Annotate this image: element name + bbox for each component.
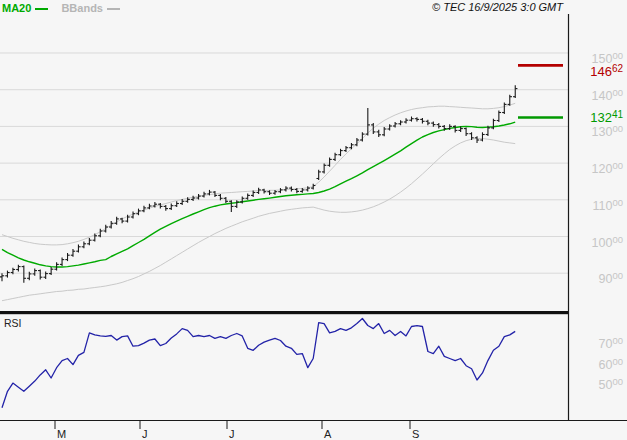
ma20-legend-dash-icon xyxy=(35,8,48,10)
price-axis-label: 14000 xyxy=(592,87,623,103)
ma20-last-value-label: 13241 xyxy=(590,109,623,125)
rsi-line xyxy=(2,319,515,408)
price-axis-label: 9000 xyxy=(599,270,623,286)
ma20-legend-item: MA20 xyxy=(2,2,51,14)
rsi-panel-title: RSI xyxy=(4,317,22,329)
panel-separator xyxy=(0,311,569,314)
month-label: S xyxy=(412,428,419,440)
rsi-axis-label: 5000 xyxy=(599,376,623,392)
price-axis-label: 11000 xyxy=(592,197,623,213)
candlestick-chart-canvas: 1500014000130001200011000100009000700060… xyxy=(0,0,627,440)
bbands-legend-dash-icon xyxy=(107,8,120,10)
price-axis-label: 10000 xyxy=(592,234,623,250)
ma20-legend-label: MA20 xyxy=(2,2,31,14)
price-axis-label: 13000 xyxy=(592,123,623,139)
month-label: M xyxy=(57,428,66,440)
bbands-legend-label: BBands xyxy=(61,2,103,14)
resistance-level-label: 14662 xyxy=(590,63,623,79)
rsi-axis-label: 7000 xyxy=(599,335,623,351)
candlestick-series xyxy=(0,85,517,282)
rsi-axis-label: 6000 xyxy=(599,356,623,372)
month-label: J xyxy=(142,428,148,440)
stock-chart-window: MA20 BBands © TEC 16/9/2025 3:0 GMT 1500… xyxy=(0,0,627,440)
month-label: A xyxy=(324,428,332,440)
copyright-timestamp: © TEC 16/9/2025 3:0 GMT xyxy=(432,1,563,13)
bbands-legend-item: BBands xyxy=(61,2,120,14)
indicator-legend: MA20 BBands xyxy=(2,2,130,14)
price-axis-label: 12000 xyxy=(592,160,623,176)
month-label: J xyxy=(229,428,235,440)
